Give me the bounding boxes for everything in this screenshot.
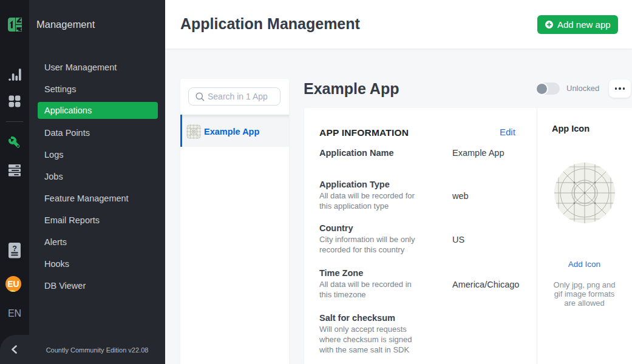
svg-text:EU: EU [7,279,19,289]
svg-text:?: ? [12,244,17,253]
